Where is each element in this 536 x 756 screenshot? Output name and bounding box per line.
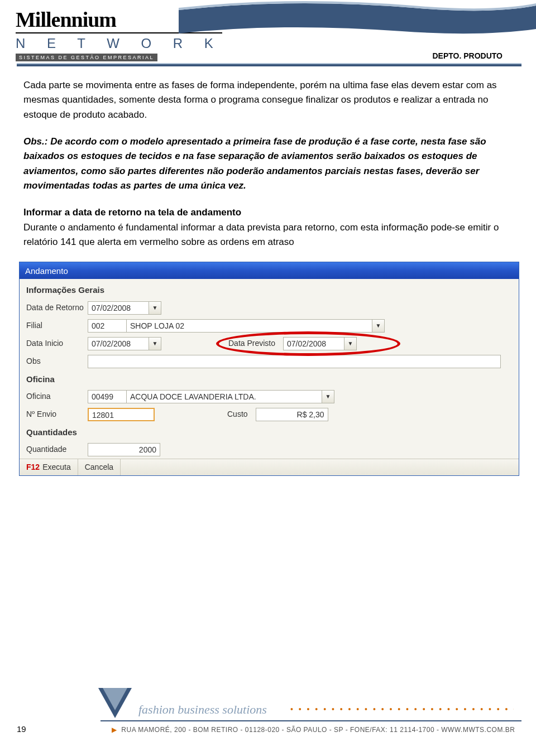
label-envio: Nº Envio xyxy=(26,408,88,421)
input-filial-code[interactable]: 002 xyxy=(88,319,127,333)
window-titlebar: Andamento xyxy=(20,262,519,279)
footer-slogan: fashion business solutions xyxy=(138,702,267,717)
footer-address: ▶ RUA MAMORÉ, 200 - BOM RETIRO - 01128-0… xyxy=(112,726,515,734)
row-envio: Nº Envio 12801 Custo R$ 2,30 xyxy=(20,406,519,423)
paragraph-followup: Durante o andamento é fundamental inform… xyxy=(23,220,513,250)
input-envio[interactable]: 12801 xyxy=(88,408,155,421)
paragraph-intro: Cada parte se movimenta entre as fases d… xyxy=(23,78,513,122)
page-number: 19 xyxy=(17,724,26,734)
row-filial: Filial 002 SHOP LOJA 02 ▼ xyxy=(20,317,519,335)
app-window: Andamento Informações Gerais Data de Ret… xyxy=(19,262,519,476)
button-cancela[interactable]: Cancela xyxy=(78,459,121,475)
label-data-retorno: Data de Retorno xyxy=(26,302,88,314)
section-geral: Informações Gerais xyxy=(20,281,519,298)
dropdown-oficina[interactable]: ▼ xyxy=(322,390,334,403)
input-obs[interactable] xyxy=(88,355,501,368)
label-data-inicio: Data Inicio xyxy=(26,338,88,350)
row-obs: Obs xyxy=(20,353,519,370)
label-executa: Executa xyxy=(42,461,71,474)
label-obs: Obs xyxy=(26,355,88,368)
label-quantidade: Quantidade xyxy=(26,444,88,456)
footer-dots: • • • • • • • • • • • • • • • • • • • • … xyxy=(290,705,514,714)
department-label: DEPTO. PRODUTO xyxy=(432,51,502,60)
label-custo: Custo xyxy=(155,408,256,421)
dropdown-filial[interactable]: ▼ xyxy=(372,319,385,333)
input-oficina-name[interactable]: ACQUA DOCE LAVANDERIA LTDA. xyxy=(127,390,322,403)
footer-triangle-icon xyxy=(98,688,132,720)
arrow-icon: ▶ xyxy=(112,726,117,734)
input-filial-name[interactable]: SHOP LOJA 02 xyxy=(127,319,372,333)
dropdown-data-retorno[interactable]: ▼ xyxy=(149,301,161,315)
label-data-previsto: Data Previsto xyxy=(161,338,283,350)
label-oficina: Oficina xyxy=(26,391,88,403)
input-data-retorno[interactable]: 07/02/2008 xyxy=(88,301,149,315)
dropdown-data-inicio[interactable]: ▼ xyxy=(149,337,161,350)
input-oficina-code[interactable]: 00499 xyxy=(88,390,127,403)
section-oficina: Oficina xyxy=(20,370,519,388)
row-quantidade: Quantidade 2000 xyxy=(20,441,519,459)
button-executa[interactable]: F12 Executa xyxy=(20,459,78,475)
section-quantidades: Quantidades xyxy=(20,423,519,441)
label-cancela: Cancela xyxy=(85,461,113,474)
statusbar: F12 Executa Cancela xyxy=(20,459,519,475)
input-data-inicio[interactable]: 07/02/2008 xyxy=(88,337,149,350)
footer-divider xyxy=(100,720,521,721)
header-swoosh xyxy=(179,0,536,41)
header-divider xyxy=(17,63,521,66)
page-footer: fashion business solutions • • • • • • •… xyxy=(0,701,536,746)
document-body: Cada parte se movimenta entre as fases d… xyxy=(0,67,536,476)
input-quantidade[interactable]: 2000 xyxy=(88,443,160,456)
logo-tagline: SISTEMAS DE GESTÃO EMPRESARIAL xyxy=(16,54,157,61)
label-filial: Filial xyxy=(26,320,88,332)
paragraph-obs: Obs.: De acordo com o modelo apresentado… xyxy=(23,134,513,193)
address-text: RUA MAMORÉ, 200 - BOM RETIRO - 01128-020… xyxy=(121,726,515,734)
page-header: Millennium N E T W O R K SISTEMAS DE GES… xyxy=(0,0,536,67)
dropdown-data-previsto[interactable]: ▼ xyxy=(344,337,357,350)
f12-keytag: F12 xyxy=(26,461,40,474)
section-subhead: Informar a data de retorno na tela de an… xyxy=(23,205,513,220)
form-body: Informações Gerais Data de Retorno 07/02… xyxy=(20,279,519,475)
row-data-retorno: Data de Retorno 07/02/2008 ▼ xyxy=(20,299,519,317)
row-oficina: Oficina 00499 ACQUA DOCE LAVANDERIA LTDA… xyxy=(20,388,519,406)
row-data-inicio: Data Inicio 07/02/2008 ▼ Data Previsto 0… xyxy=(20,335,519,353)
input-data-previsto[interactable]: 07/02/2008 xyxy=(283,337,344,350)
input-custo[interactable]: R$ 2,30 xyxy=(256,408,328,421)
